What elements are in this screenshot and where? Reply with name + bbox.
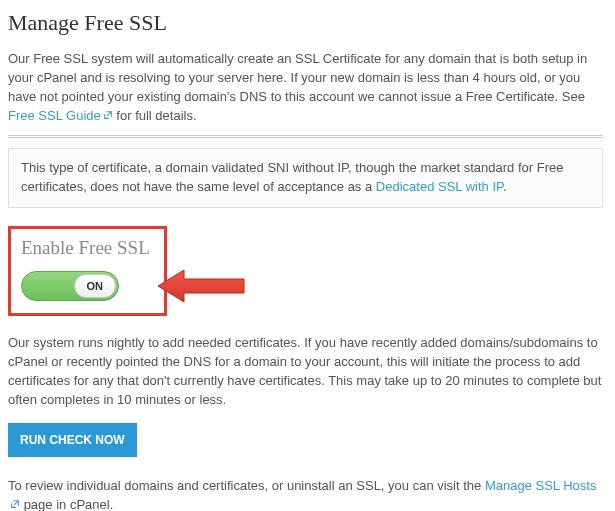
info-box: This type of certificate, a domain valid… [8, 148, 603, 208]
annotation-arrow-icon [158, 268, 248, 304]
footer-paragraph: To review individual domains and certifi… [8, 477, 603, 511]
enable-free-ssl-toggle[interactable]: ON [21, 271, 119, 301]
intro-text-after: for full details. [116, 108, 196, 123]
manage-ssl-hosts-link[interactable]: Manage SSL Hosts [485, 478, 597, 493]
divider [8, 135, 603, 138]
enable-free-ssl-heading: Enable Free SSL [21, 237, 150, 259]
free-ssl-guide-link-label: Free SSL Guide [8, 108, 101, 123]
enable-free-ssl-toggle-wrap: ON [21, 271, 119, 301]
enable-free-ssl-highlight: Enable Free SSL ON [8, 226, 167, 316]
manage-ssl-hosts-link-label: Manage SSL Hosts [485, 478, 597, 493]
dedicated-ssl-link[interactable]: Dedicated SSL with IP [376, 179, 503, 194]
free-ssl-guide-link[interactable]: Free SSL Guide [8, 108, 101, 123]
run-check-now-button[interactable]: RUN CHECK NOW [8, 423, 137, 457]
page-title: Manage Free SSL [8, 10, 603, 36]
external-link-icon [10, 496, 20, 506]
footer-text-before: To review individual domains and certifi… [8, 478, 485, 493]
external-link-icon [103, 107, 113, 117]
footer-text-after: page in cPanel. [24, 497, 114, 511]
system-note: Our system runs nightly to add needed ce… [8, 334, 603, 409]
intro-paragraph: Our Free SSL system will automatically c… [8, 50, 603, 125]
info-text-after: . [503, 179, 507, 194]
intro-text-before: Our Free SSL system will automatically c… [8, 51, 587, 104]
toggle-knob: ON [74, 274, 117, 298]
